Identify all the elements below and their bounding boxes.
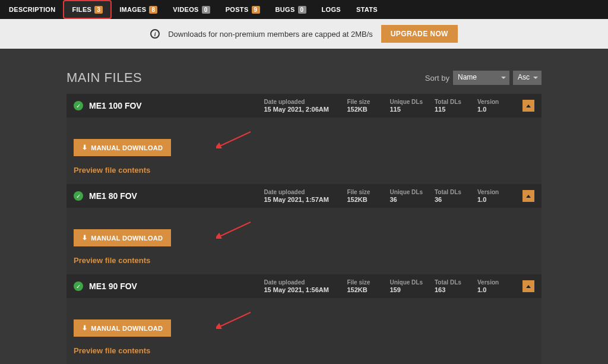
upgrade-button[interactable]: UPGRADE NOW — [381, 25, 458, 43]
tab-videos[interactable]: VIDEOS0 — [165, 0, 217, 19]
tab-count-badge: 0 — [202, 6, 210, 14]
file-name: ME1 80 FOV — [89, 191, 258, 201]
meta-value: 15 May 2021, 1:56AM — [264, 286, 335, 293]
tab-posts[interactable]: POSTS9 — [218, 0, 268, 19]
file-header: ✓ME1 80 FOVDate uploaded15 May 2021, 1:5… — [66, 184, 542, 208]
meta-value: 1.0 — [477, 286, 508, 293]
meta-total: Total DLs36 — [435, 189, 466, 203]
meta-label: Unique DLs — [390, 99, 423, 105]
banner-message: Downloads for non-premium members are ca… — [168, 30, 373, 39]
meta-label: File size — [347, 189, 378, 195]
upgrade-banner: i Downloads for non-premium members are … — [0, 19, 608, 49]
collapse-button[interactable] — [522, 280, 534, 292]
tab-stats[interactable]: STATS — [349, 0, 385, 19]
file-body: MANUAL DOWNLOADPreview file contents — [66, 208, 542, 274]
tab-bugs[interactable]: BUGS0 — [268, 0, 314, 19]
sort-controls: Sort by Name Asc — [425, 71, 542, 85]
preview-file-contents-link[interactable]: Preview file contents — [74, 256, 534, 265]
file-header: ✓ME1 100 FOVDate uploaded15 May 2021, 2:… — [66, 94, 542, 118]
svg-line-1 — [220, 222, 251, 236]
svg-line-0 — [220, 132, 251, 146]
annotation-arrow — [216, 311, 252, 329]
sort-direction-select[interactable]: Asc — [513, 71, 542, 85]
manual-download-button[interactable]: MANUAL DOWNLOAD — [74, 319, 171, 337]
meta-label: Total DLs — [435, 279, 466, 286]
meta-label: Date uploaded — [264, 189, 335, 195]
meta-value: 152KB — [347, 196, 378, 203]
download-label: MANUAL DOWNLOAD — [91, 144, 163, 151]
meta-version: Version1.0 — [477, 99, 508, 113]
meta-date: Date uploaded15 May 2021, 2:06AM — [264, 99, 335, 113]
meta-value: 163 — [435, 286, 466, 293]
sort-field-select[interactable]: Name — [453, 71, 509, 85]
meta-date: Date uploaded15 May 2021, 1:57AM — [264, 189, 335, 203]
meta-value: 115 — [390, 106, 423, 113]
check-icon: ✓ — [74, 101, 83, 110]
tab-label: POSTS — [226, 6, 249, 13]
check-icon: ✓ — [74, 191, 83, 201]
tab-label: DESCRIPTION — [9, 6, 55, 13]
meta-value: 115 — [435, 106, 466, 113]
meta-label: File size — [347, 99, 378, 105]
manual-download-button[interactable]: MANUAL DOWNLOAD — [74, 229, 171, 246]
section-title: MAIN FILES — [66, 70, 142, 86]
meta-label: Unique DLs — [390, 189, 423, 195]
preview-file-contents-link[interactable]: Preview file contents — [74, 166, 534, 175]
file-row: ✓ME1 80 FOVDate uploaded15 May 2021, 1:5… — [66, 184, 542, 274]
meta-value: 15 May 2021, 1:57AM — [264, 196, 335, 203]
meta-size: File size152KB — [347, 189, 378, 203]
meta-version: Version1.0 — [477, 279, 508, 293]
meta-label: Version — [477, 99, 508, 105]
meta-label: Total DLs — [435, 189, 466, 195]
tab-label: BUGS — [276, 6, 295, 13]
meta-value: 152KB — [347, 286, 378, 293]
file-row: ✓ME1 100 FOVDate uploaded15 May 2021, 2:… — [66, 94, 542, 184]
download-icon — [82, 144, 87, 151]
tab-files[interactable]: FILES3 — [63, 0, 112, 19]
meta-label: Version — [477, 189, 508, 195]
annotation-arrow — [216, 221, 252, 239]
tab-label: IMAGES — [119, 6, 146, 13]
meta-date: Date uploaded15 May 2021, 1:56AM — [264, 279, 335, 293]
tab-bar: DESCRIPTIONFILES3IMAGES8VIDEOS0POSTS9BUG… — [0, 0, 608, 19]
tab-count-badge: 9 — [252, 6, 260, 14]
meta-value: 36 — [390, 196, 423, 203]
file-name: ME1 90 FOV — [89, 281, 258, 291]
manual-download-button[interactable]: MANUAL DOWNLOAD — [74, 139, 171, 156]
meta-value: 152KB — [347, 106, 378, 113]
meta-label: File size — [347, 279, 378, 286]
meta-unique: Unique DLs115 — [390, 99, 423, 113]
meta-value: 159 — [390, 286, 423, 293]
meta-value: 1.0 — [477, 196, 508, 203]
meta-unique: Unique DLs36 — [390, 189, 423, 203]
download-icon — [82, 324, 87, 332]
collapse-button[interactable] — [522, 100, 534, 112]
preview-file-contents-link[interactable]: Preview file contents — [74, 346, 534, 355]
meta-label: Unique DLs — [390, 279, 423, 286]
meta-label: Total DLs — [435, 99, 466, 105]
meta-total: Total DLs163 — [435, 279, 466, 293]
tab-label: FILES — [72, 6, 91, 13]
tab-count-badge: 8 — [149, 6, 157, 14]
file-name: ME1 100 FOV — [89, 101, 258, 110]
meta-version: Version1.0 — [477, 189, 508, 203]
meta-unique: Unique DLs159 — [390, 279, 423, 293]
tab-description[interactable]: DESCRIPTION — [1, 0, 63, 19]
file-row: ✓ME1 90 FOVDate uploaded15 May 2021, 1:5… — [66, 274, 542, 364]
tab-count-badge: 0 — [298, 6, 306, 14]
collapse-button[interactable] — [522, 190, 534, 202]
meta-label: Date uploaded — [264, 279, 335, 286]
file-body: MANUAL DOWNLOADPreview file contents — [66, 118, 542, 184]
tab-images[interactable]: IMAGES8 — [112, 0, 165, 19]
tab-label: VIDEOS — [173, 6, 198, 13]
tab-logs[interactable]: LOGS — [314, 0, 349, 19]
meta-value: 15 May 2021, 2:06AM — [264, 106, 335, 113]
download-icon — [82, 234, 87, 242]
download-label: MANUAL DOWNLOAD — [91, 325, 163, 332]
check-icon: ✓ — [74, 281, 83, 291]
tab-count-badge: 3 — [94, 6, 103, 14]
file-body: MANUAL DOWNLOADPreview file contents — [66, 298, 542, 364]
download-label: MANUAL DOWNLOAD — [91, 235, 163, 242]
info-icon: i — [150, 29, 160, 39]
file-header: ✓ME1 90 FOVDate uploaded15 May 2021, 1:5… — [66, 274, 542, 298]
